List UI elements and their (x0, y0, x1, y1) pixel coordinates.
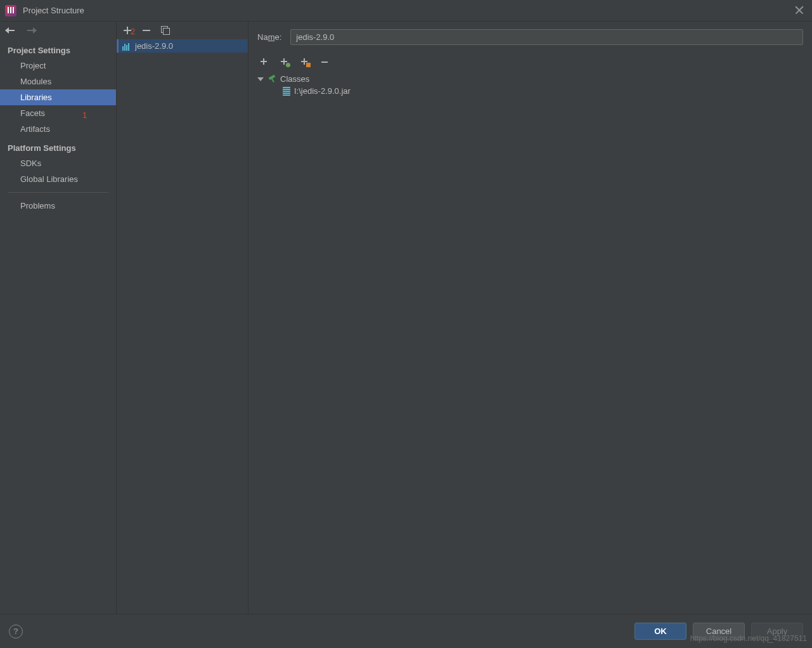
sidebar-item-libraries[interactable]: Libraries (0, 89, 116, 105)
tree-node-jar[interactable]: I:\jedis-2.9.0.jar (257, 85, 803, 97)
add-root-icon[interactable] (260, 58, 269, 67)
back-icon[interactable] (5, 26, 16, 35)
copy-library-icon[interactable] (161, 26, 170, 35)
annotation-1: 1 (82, 110, 87, 120)
name-input[interactable] (290, 29, 803, 45)
jar-icon (283, 87, 290, 96)
close-icon[interactable] (794, 5, 804, 15)
window-title: Project Structure (23, 6, 84, 15)
sidebar-item-modules[interactable]: Modules (0, 74, 116, 89)
section-project-settings: Project Settings (0, 39, 116, 58)
tree-node-classes[interactable]: Classes (257, 73, 803, 85)
jar-label: I:\jedis-2.9.0.jar (294, 86, 351, 96)
classes-label: Classes (280, 74, 309, 84)
sidebar-item-facets[interactable]: Facets (0, 105, 116, 121)
library-icon (122, 42, 131, 51)
sidebar-divider (8, 192, 108, 193)
libraries-toolbar (117, 22, 248, 39)
remove-library-icon[interactable] (142, 26, 151, 35)
detail-panel: Name: Classes I:\jedis-2.9.0.jar (248, 22, 812, 614)
section-platform-settings: Platform Settings (0, 137, 116, 155)
forward-icon (25, 26, 37, 35)
add-annotation-icon[interactable] (300, 58, 309, 67)
sidebar-item-sdks[interactable]: SDKs (0, 155, 116, 171)
sidebar-item-problems[interactable]: Problems (0, 198, 116, 214)
name-row: Name: (257, 29, 803, 45)
add-doc-icon[interactable] (280, 58, 289, 67)
libraries-panel: jedis-2.9.0 (117, 22, 248, 614)
sidebar: Project Settings Project Modules Librari… (0, 22, 117, 614)
library-tree: Classes I:\jedis-2.9.0.jar (257, 72, 803, 98)
classes-icon (267, 75, 276, 84)
app-icon (5, 5, 16, 16)
detail-toolbar (257, 55, 803, 72)
sidebar-item-artifacts[interactable]: Artifacts (0, 121, 116, 137)
remove-root-icon[interactable] (321, 58, 330, 67)
library-list: jedis-2.9.0 (117, 39, 248, 614)
add-library-icon[interactable] (123, 26, 132, 35)
library-item-jedis[interactable]: jedis-2.9.0 (117, 39, 248, 53)
name-label: Name: (257, 32, 281, 42)
ok-button[interactable]: OK (635, 623, 686, 640)
sidebar-item-project[interactable]: Project (0, 58, 116, 74)
sidebar-item-global-libraries[interactable]: Global Libraries (0, 171, 116, 187)
library-item-label: jedis-2.9.0 (135, 41, 173, 51)
nav-buttons (0, 22, 116, 39)
title-bar: Project Structure (0, 0, 812, 21)
main-content: Project Settings Project Modules Librari… (0, 21, 812, 614)
watermark: https://blog.csdn.net/qq_41827511 (690, 634, 807, 643)
expand-icon[interactable] (257, 77, 264, 81)
help-icon[interactable]: ? (9, 625, 23, 638)
